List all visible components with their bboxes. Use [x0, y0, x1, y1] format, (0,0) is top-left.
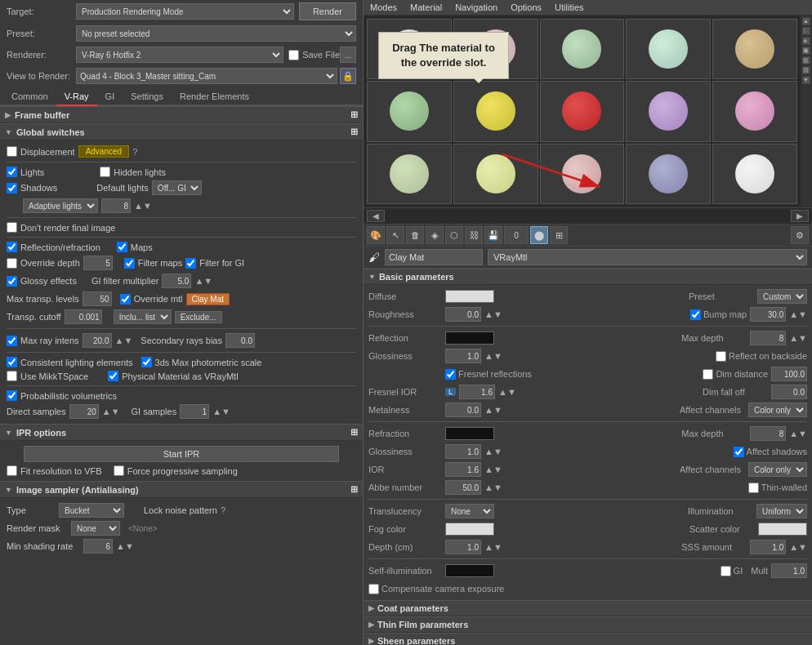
type-select[interactable]: Bucket	[59, 503, 124, 518]
depth-input[interactable]	[445, 540, 481, 554]
sphere-cell-12[interactable]	[540, 144, 625, 204]
photometric-checkbox[interactable]	[141, 357, 152, 367]
max-depth-input[interactable]	[750, 331, 786, 345]
max-ray-checkbox[interactable]	[7, 336, 17, 346]
physical-checkbox[interactable]	[108, 371, 118, 381]
abbe-spinner[interactable]: ▲▼	[484, 483, 502, 492]
ior-spinner[interactable]: ▲▼	[484, 465, 502, 474]
bump-map-input[interactable]	[750, 307, 786, 322]
roughness-spinner[interactable]: ▲▼	[484, 309, 502, 319]
preset-select-right[interactable]: Custom	[757, 289, 807, 304]
nav-next[interactable]: ▶	[791, 210, 809, 222]
menu-material[interactable]: Material	[410, 2, 442, 12]
reflect-backside-checkbox[interactable]	[716, 351, 726, 362]
tb-trash[interactable]: 🗑	[406, 226, 424, 244]
adaptive-spinner[interactable]: ▲▼	[134, 201, 152, 211]
displacement-checkbox[interactable]	[7, 146, 17, 157]
sphere-cell-5[interactable]	[367, 81, 452, 141]
tab-common[interactable]: Common	[3, 88, 56, 106]
scatter-color-swatch[interactable]	[758, 523, 807, 536]
save-file-checkbox[interactable]	[288, 50, 299, 60]
render-button[interactable]: Render	[299, 2, 356, 20]
translucency-select[interactable]: None	[445, 504, 494, 518]
gi-samples-input[interactable]	[180, 404, 209, 419]
compensate-checkbox[interactable]	[368, 584, 379, 594]
illumination-select[interactable]: Uniform	[756, 504, 807, 518]
gi-filter-spinner[interactable]: ▲▼	[194, 276, 212, 286]
force-progressive-checkbox[interactable]	[114, 465, 124, 476]
filter-gi-checkbox[interactable]	[185, 258, 196, 269]
preset-select[interactable]: No preset selected	[76, 25, 356, 42]
mat-type-select[interactable]: VRayMtl	[488, 249, 807, 265]
fit-resolution-checkbox[interactable]	[7, 465, 17, 476]
fresnel-ior-spinner[interactable]: ▲▼	[498, 387, 516, 397]
refraction-swatch[interactable]	[445, 427, 494, 440]
max-depth-r-input[interactable]	[750, 426, 786, 441]
max-transp-input[interactable]	[83, 291, 112, 306]
sphere-cell-11[interactable]	[453, 144, 538, 204]
dim-dist-checkbox[interactable]	[703, 369, 713, 380]
gi-samples-spinner[interactable]: ▲▼	[212, 407, 230, 416]
sphere-cell-13[interactable]	[626, 144, 711, 204]
metalness-input[interactable]	[445, 403, 481, 417]
metalness-spinner[interactable]: ▲▼	[484, 405, 502, 415]
rs-btn-4[interactable]: ▣	[802, 47, 810, 55]
default-lights-select[interactable]: Off... GI	[152, 180, 202, 195]
exclude-button[interactable]: Exclude...	[175, 311, 222, 323]
thin-walled-checkbox[interactable]	[748, 483, 759, 493]
renderer-select[interactable]: V-Ray 6 Hotfix 2	[76, 47, 283, 63]
sphere-cell-14[interactable]	[712, 144, 797, 204]
affect-channels-r-select[interactable]: Color only	[748, 462, 807, 477]
dots-button[interactable]: ...	[340, 47, 356, 63]
tb-sphere[interactable]: ⬤	[530, 226, 548, 244]
sphere-cell-7[interactable]	[540, 81, 625, 141]
sphere-cell-10[interactable]	[367, 144, 452, 204]
sphere-cell-2[interactable]	[540, 19, 625, 79]
tab-vray[interactable]: V-Ray	[56, 88, 97, 106]
gloss-r-spinner[interactable]: ▲▼	[484, 447, 502, 456]
sheen-header[interactable]: ▶ Sheen parameters	[364, 633, 812, 645]
fresnel-checkbox[interactable]	[445, 369, 456, 380]
thin-film-header[interactable]: ▶ Thin Film parameters	[364, 616, 812, 633]
rs-btn-7[interactable]: ▼	[802, 76, 810, 84]
min-shading-spinner[interactable]: ▲▼	[116, 541, 134, 551]
override-depth-checkbox[interactable]	[7, 258, 17, 269]
render-mask-select[interactable]: None	[71, 521, 120, 536]
consistent-checkbox[interactable]	[7, 357, 17, 367]
lights-checkbox[interactable]	[7, 167, 17, 177]
tb-save[interactable]: 💾	[484, 226, 502, 244]
gloss-r-input[interactable]	[445, 444, 481, 459]
sss-spinner[interactable]: ▲▼	[789, 542, 807, 552]
adaptive-lights-input[interactable]	[101, 198, 131, 213]
max-depth-spinner[interactable]: ▲▼	[789, 333, 807, 343]
diffuse-swatch[interactable]	[445, 290, 494, 303]
basic-params-header[interactable]: ▼ Basic parameters	[364, 269, 812, 285]
rs-btn-2[interactable]: ↕	[802, 27, 810, 35]
reflection-swatch[interactable]	[445, 331, 494, 345]
image-sampler-header[interactable]: ▼ Image sampler (Antialiasing) ⊞	[0, 481, 363, 498]
override-mtl-checkbox[interactable]	[120, 294, 131, 305]
gi-filter-input[interactable]	[162, 274, 191, 288]
lock-noise-question[interactable]: ?	[221, 505, 225, 515]
coat-params-header[interactable]: ▶ Coat parameters	[364, 600, 812, 616]
view-select[interactable]: Quad 4 - Block 3_Master sitting_Cam	[76, 68, 337, 84]
bump-spinner[interactable]: ▲▼	[789, 309, 807, 319]
nav-prev[interactable]: ◀	[367, 210, 385, 222]
gloss-spinner[interactable]: ▲▼	[484, 351, 502, 361]
sphere-cell-6[interactable]	[453, 81, 538, 141]
lock-icon[interactable]: 🔒	[340, 68, 356, 84]
rs-btn-1[interactable]: ▲	[802, 17, 810, 25]
rs-btn-5[interactable]: ▥	[802, 56, 810, 64]
clay-mat-button[interactable]: Clay Mat	[186, 293, 230, 305]
adaptive-lights-select[interactable]: Adaptive lights	[23, 198, 98, 213]
bump-map-checkbox[interactable]	[690, 309, 701, 320]
tb-node1[interactable]: ◈	[426, 226, 444, 244]
reflection-checkbox[interactable]	[7, 242, 17, 252]
menu-options[interactable]: Options	[511, 2, 542, 12]
sphere-cell-9[interactable]	[712, 81, 797, 141]
affect-shadows-checkbox[interactable]	[734, 447, 744, 457]
tb-settings[interactable]: ⚙	[791, 226, 809, 244]
probabilistic-checkbox[interactable]	[7, 390, 17, 401]
frame-buffer-header[interactable]: ▶ Frame buffer ⊞	[0, 106, 363, 123]
tab-render-elements[interactable]: Render Elements	[172, 88, 257, 106]
